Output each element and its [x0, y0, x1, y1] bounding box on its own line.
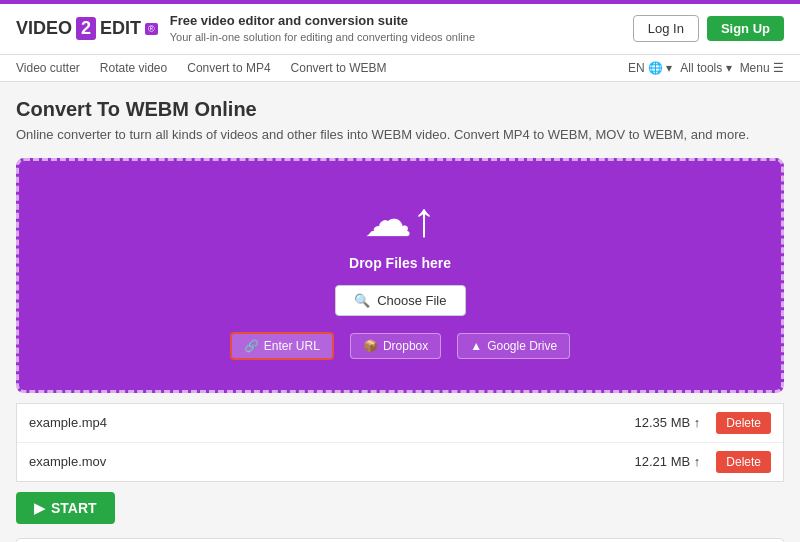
- page-description: Online converter to turn all kinds of vi…: [16, 127, 784, 142]
- language-selector[interactable]: EN 🌐 ▾: [628, 61, 672, 75]
- navbar: Video cutter Rotate video Convert to MP4…: [0, 55, 800, 82]
- logo[interactable]: VIDEO 2 EDIT ®: [16, 17, 158, 40]
- delete-button[interactable]: Delete: [716, 412, 771, 434]
- file-list: example.mp4 12.35 MB ↑ Delete example.mo…: [16, 403, 784, 482]
- logo-badge: ®: [145, 23, 158, 35]
- nav-convert-webm[interactable]: Convert to WEBM: [291, 61, 387, 75]
- all-tools-menu[interactable]: All tools ▾: [680, 61, 731, 75]
- signup-button[interactable]: Sign Up: [707, 16, 784, 41]
- drop-text: Drop Files here: [39, 255, 761, 271]
- settings-panel: ⚙⚙ Settings for Video Change frame rate:…: [16, 538, 784, 542]
- page-title: Convert To WEBM Online: [16, 98, 784, 121]
- nav-convert-mp4[interactable]: Convert to MP4: [187, 61, 270, 75]
- dropbox-button[interactable]: 📦 Dropbox: [350, 333, 441, 359]
- drive-icon: ▲: [470, 339, 482, 353]
- header: VIDEO 2 EDIT ® Free video editor and con…: [0, 4, 800, 55]
- delete-button[interactable]: Delete: [716, 451, 771, 473]
- play-icon: ▶: [34, 500, 45, 516]
- file-name: example.mov: [29, 454, 635, 469]
- upload-options: 🔗 Enter URL 📦 Dropbox ▲ Google Drive: [39, 332, 761, 360]
- dropbox-icon: 📦: [363, 339, 378, 353]
- file-size: 12.35 MB ↑: [635, 415, 701, 430]
- nav-right: EN 🌐 ▾ All tools ▾ Menu ☰: [628, 61, 784, 75]
- tagline: Free video editor and conversion suite Y…: [170, 12, 475, 46]
- google-drive-button[interactable]: ▲ Google Drive: [457, 333, 570, 359]
- file-size: 12.21 MB ↑: [635, 454, 701, 469]
- upload-area: ☁↑ Drop Files here 🔍 Choose File 🔗 Enter…: [16, 158, 784, 393]
- logo-suffix: EDIT: [100, 18, 141, 39]
- enter-url-button[interactable]: 🔗 Enter URL: [230, 332, 334, 360]
- login-button[interactable]: Log In: [633, 15, 699, 42]
- logo-number: 2: [76, 17, 96, 40]
- table-row: example.mp4 12.35 MB ↑ Delete: [17, 404, 783, 443]
- start-button[interactable]: ▶ START: [16, 492, 115, 524]
- link-icon: 🔗: [244, 339, 259, 353]
- nav-video-cutter[interactable]: Video cutter: [16, 61, 80, 75]
- file-name: example.mp4: [29, 415, 635, 430]
- hamburger-menu[interactable]: Menu ☰: [740, 61, 784, 75]
- cloud-upload-icon: ☁↑: [39, 191, 761, 247]
- header-actions: Log In Sign Up: [633, 15, 784, 42]
- search-icon: 🔍: [354, 293, 370, 308]
- nav-rotate-video[interactable]: Rotate video: [100, 61, 167, 75]
- page-content: Convert To WEBM Online Online converter …: [0, 82, 800, 542]
- choose-file-button[interactable]: 🔍 Choose File: [335, 285, 466, 316]
- table-row: example.mov 12.21 MB ↑ Delete: [17, 443, 783, 481]
- logo-prefix: VIDEO: [16, 18, 72, 39]
